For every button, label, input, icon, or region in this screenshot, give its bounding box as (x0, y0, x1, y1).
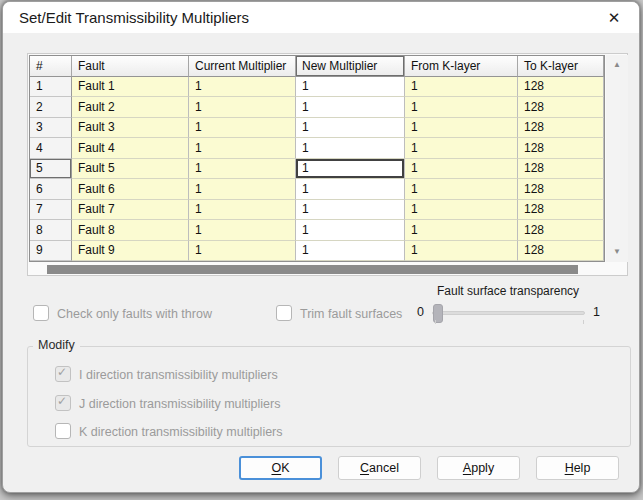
to-k-layer-cell[interactable]: 128 (518, 241, 604, 262)
trim-fault-surfaces-checkbox[interactable]: ✓ (276, 305, 292, 321)
from-k-layer-cell[interactable]: 1 (405, 179, 518, 200)
new-multiplier-cell[interactable]: 1 (296, 77, 405, 98)
current-multiplier-cell[interactable]: 1 (189, 220, 296, 241)
from-k-layer-cell[interactable]: 1 (405, 77, 518, 98)
row-number-cell[interactable]: 8 (30, 220, 72, 241)
vertical-scrollbar[interactable]: ▲ ▼ (606, 55, 628, 262)
j-direction-checkbox[interactable]: ✓ (55, 395, 71, 411)
fault-name-cell[interactable]: Fault 7 (72, 200, 189, 221)
j-direction-label: J direction transmissibility multipliers (79, 397, 280, 411)
to-k-layer-cell[interactable]: 128 (518, 97, 604, 118)
fault-name-cell[interactable]: Fault 6 (72, 179, 189, 200)
ok-button[interactable]: OK (239, 456, 322, 480)
new-multiplier-cell[interactable]: 1 (296, 118, 405, 139)
title-bar[interactable]: Set/Edit Transmissibility Multipliers ✕ (3, 2, 639, 33)
row-number-cell[interactable]: 7 (30, 200, 72, 221)
transparency-min-label: 0 (417, 305, 424, 319)
scroll-down-icon[interactable]: ▼ (606, 245, 628, 259)
fault-name-cell[interactable]: Fault 9 (72, 241, 189, 262)
new-multiplier-cell[interactable]: 1 (296, 97, 405, 118)
to-k-layer-cell[interactable]: 128 (518, 138, 604, 159)
trim-fault-surfaces-label: Trim fault surfaces (300, 307, 402, 321)
to-k-layer-cell[interactable]: 128 (518, 220, 604, 241)
transparency-slider-label: Fault surface transparency (437, 284, 579, 298)
fault-name-cell[interactable]: Fault 2 (72, 97, 189, 118)
new-multiplier-cell[interactable]: 1 (296, 220, 405, 241)
current-multiplier-cell[interactable]: 1 (189, 138, 296, 159)
to-k-layer-cell[interactable]: 128 (518, 77, 604, 98)
transparency-slider-track[interactable] (432, 311, 585, 315)
column-header-fault[interactable]: Fault (72, 56, 189, 77)
check-only-faults-with-throw-checkbox[interactable]: ✓ (33, 305, 49, 321)
new-multiplier-cell[interactable]: 1 (296, 159, 405, 180)
scroll-up-icon[interactable]: ▲ (606, 58, 628, 72)
cancel-button[interactable]: Cancel (338, 456, 421, 480)
fault-name-cell[interactable]: Fault 5 (72, 159, 189, 180)
check-only-faults-with-throw-label: Check only faults with throw (57, 307, 212, 321)
to-k-layer-cell[interactable]: 128 (518, 200, 604, 221)
slider-tick (583, 320, 584, 324)
current-multiplier-cell[interactable]: 1 (189, 159, 296, 180)
transparency-max-label: 1 (593, 305, 600, 319)
i-direction-label: I direction transmissibility multipliers (79, 368, 278, 382)
k-direction-checkbox[interactable]: ✓ (55, 423, 71, 439)
from-k-layer-cell[interactable]: 1 (405, 220, 518, 241)
modify-group-label: Modify (33, 338, 80, 352)
from-k-layer-cell[interactable]: 1 (405, 200, 518, 221)
check-icon: ✓ (57, 394, 67, 408)
slider-tick (435, 320, 436, 324)
to-k-layer-cell[interactable]: 128 (518, 118, 604, 139)
current-multiplier-cell[interactable]: 1 (189, 200, 296, 221)
column-header-from-k-layer[interactable]: From K-layer (405, 56, 518, 77)
current-multiplier-cell[interactable]: 1 (189, 179, 296, 200)
new-multiplier-cell[interactable]: 1 (296, 138, 405, 159)
close-icon: ✕ (608, 9, 621, 27)
row-number-cell[interactable]: 9 (30, 241, 72, 262)
column-header-to-k-layer[interactable]: To K-layer (518, 56, 604, 77)
fault-table: # Fault Current Multiplier New Multiplie… (27, 53, 628, 276)
column-header-new-multiplier[interactable]: New Multiplier (296, 56, 405, 77)
to-k-layer-cell[interactable]: 128 (518, 179, 604, 200)
current-multiplier-cell[interactable]: 1 (189, 97, 296, 118)
fault-table-grid: # Fault Current Multiplier New Multiplie… (29, 55, 605, 262)
k-direction-label: K direction transmissibility multipliers (79, 425, 283, 439)
to-k-layer-cell[interactable]: 128 (518, 159, 604, 180)
screen: Set/Edit Transmissibility Multipliers ✕ … (0, 0, 643, 500)
apply-button[interactable]: Apply (437, 456, 520, 480)
help-button[interactable]: Help (536, 456, 619, 480)
current-multiplier-cell[interactable]: 1 (189, 118, 296, 139)
from-k-layer-cell[interactable]: 1 (405, 97, 518, 118)
horizontal-scrollbar[interactable] (30, 265, 604, 274)
current-multiplier-cell[interactable]: 1 (189, 241, 296, 262)
check-icon: ✓ (57, 365, 67, 379)
row-number-cell[interactable]: 4 (30, 138, 72, 159)
fault-name-cell[interactable]: Fault 1 (72, 77, 189, 98)
column-header-number[interactable]: # (30, 56, 72, 77)
from-k-layer-cell[interactable]: 1 (405, 138, 518, 159)
row-number-cell[interactable]: 2 (30, 97, 72, 118)
close-button[interactable]: ✕ (597, 4, 631, 31)
i-direction-checkbox[interactable]: ✓ (55, 366, 71, 382)
new-multiplier-cell[interactable]: 1 (296, 179, 405, 200)
fault-name-cell[interactable]: Fault 4 (72, 138, 189, 159)
row-number-cell[interactable]: 6 (30, 179, 72, 200)
row-number-cell[interactable]: 1 (30, 77, 72, 98)
dialog-title: Set/Edit Transmissibility Multipliers (19, 2, 249, 33)
column-header-current-multiplier[interactable]: Current Multiplier (189, 56, 296, 77)
new-multiplier-cell[interactable]: 1 (296, 241, 405, 262)
from-k-layer-cell[interactable]: 1 (405, 118, 518, 139)
from-k-layer-cell[interactable]: 1 (405, 159, 518, 180)
new-multiplier-cell[interactable]: 1 (296, 200, 405, 221)
from-k-layer-cell[interactable]: 1 (405, 241, 518, 262)
fault-name-cell[interactable]: Fault 3 (72, 118, 189, 139)
row-number-cell[interactable]: 3 (30, 118, 72, 139)
current-multiplier-cell[interactable]: 1 (189, 77, 296, 98)
fault-name-cell[interactable]: Fault 8 (72, 220, 189, 241)
transmissibility-dialog: Set/Edit Transmissibility Multipliers ✕ … (2, 1, 640, 493)
row-number-cell[interactable]: 5 (30, 159, 72, 180)
horizontal-scrollbar-thumb[interactable] (47, 265, 578, 274)
